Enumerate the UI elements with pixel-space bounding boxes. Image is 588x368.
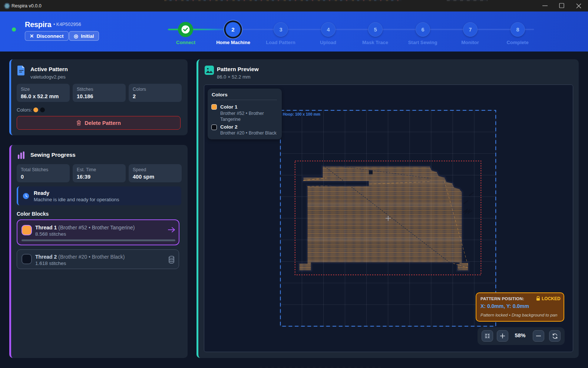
svg-text:Hoop: 100 x 100 mm: Hoop: 100 x 100 mm [283, 112, 320, 116]
